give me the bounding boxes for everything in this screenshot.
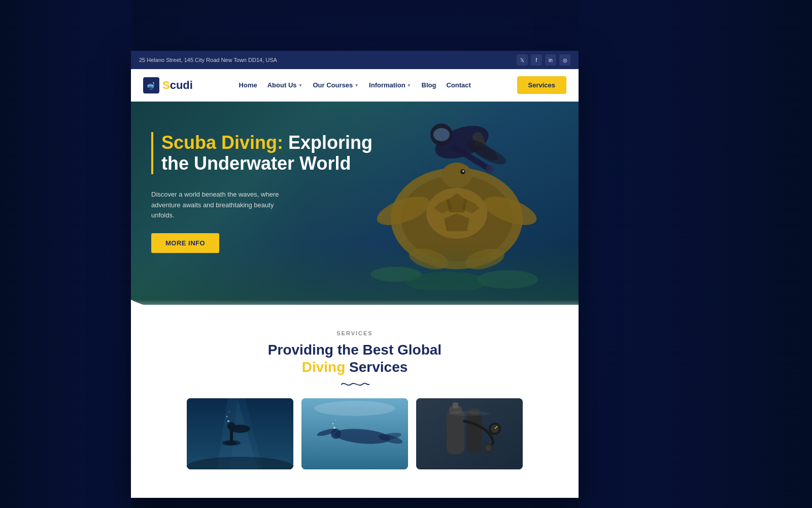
svg-point-61 xyxy=(449,411,490,416)
instagram-icon[interactable]: ◎ xyxy=(559,54,570,66)
service-card-2[interactable] xyxy=(301,398,408,469)
body-bg-right xyxy=(579,0,812,508)
main-nav: Home About Us ▼ Our Courses ▼ Informatio… xyxy=(239,81,471,89)
hero-title-yellow: Scuba Diving: xyxy=(161,132,283,153)
service-cards xyxy=(146,398,563,469)
wave-deco-svg xyxy=(340,380,370,388)
free-diving-image xyxy=(301,398,408,469)
service-card-1[interactable] xyxy=(187,398,293,469)
nav-links: Home About Us ▼ Our Courses ▼ Informatio… xyxy=(239,81,471,89)
svg-point-41 xyxy=(314,401,395,416)
svg-point-36 xyxy=(227,420,229,422)
svg-point-57 xyxy=(485,445,491,451)
services-heading-line1: Providing the Best Global xyxy=(268,342,442,358)
nav-contact[interactable]: Contact xyxy=(446,81,470,89)
svg-text:🤿: 🤿 xyxy=(146,82,155,90)
services-label: SERVICES xyxy=(146,330,563,336)
services-section: SERVICES Providing the Best Global Divin… xyxy=(131,320,579,485)
nav-home[interactable]: Home xyxy=(239,81,257,89)
body-bg-left xyxy=(0,0,132,508)
wave-svg xyxy=(131,300,579,320)
svg-point-37 xyxy=(226,416,228,418)
site-container: 25 Helano Street, 145 City Road New Town… xyxy=(131,51,579,498)
logo-icon: 🤿 xyxy=(143,77,159,93)
nav-blog[interactable]: Blog xyxy=(422,81,436,89)
hero-title: Scuba Diving: Exploringthe Underwater Wo… xyxy=(161,132,373,174)
nav-about[interactable]: About Us ▼ xyxy=(267,81,303,89)
svg-point-48 xyxy=(332,423,334,425)
top-bar: 25 Helano Street, 145 City Road New Town… xyxy=(131,51,579,69)
address-text: 25 Helano Street, 145 City Road New Town… xyxy=(139,57,277,63)
hero-border-accent: Scuba Diving: Exploringthe Underwater Wo… xyxy=(151,132,373,174)
svg-point-38 xyxy=(229,411,230,412)
hero-section: Scuba Diving: Exploringthe Underwater Wo… xyxy=(131,102,579,305)
deep-diving-image xyxy=(187,398,293,469)
svg-rect-53 xyxy=(453,402,458,408)
navbar: 🤿 Scudi Home About Us ▼ Our Courses ▼ In… xyxy=(131,69,579,102)
svg-point-47 xyxy=(333,427,335,429)
hero-subtitle: Discover a world beneath the waves, wher… xyxy=(151,189,293,221)
services-heading: Providing the Best Global Diving Service… xyxy=(146,341,563,375)
twitter-icon[interactable]: 𝕏 xyxy=(517,54,528,66)
hero-content: Scuba Diving: Exploringthe Underwater Wo… xyxy=(131,102,579,283)
svg-point-32 xyxy=(227,422,235,430)
wave-decoration xyxy=(146,380,563,388)
equipment-image xyxy=(416,398,523,469)
nav-information[interactable]: Information ▼ xyxy=(369,81,411,89)
facebook-icon[interactable]: f xyxy=(531,54,542,66)
services-button[interactable]: Services xyxy=(517,76,567,94)
svg-rect-54 xyxy=(467,411,482,453)
services-heading-yellow: Diving xyxy=(302,359,346,375)
more-info-button[interactable]: MORE INFO xyxy=(151,233,219,253)
service-card-3[interactable] xyxy=(416,398,523,469)
nav-courses[interactable]: Our Courses ▼ xyxy=(313,81,359,89)
svg-point-35 xyxy=(226,440,241,446)
logo[interactable]: 🤿 Scudi xyxy=(143,77,193,93)
social-icons: 𝕏 f in ◎ xyxy=(517,54,570,66)
linkedin-icon[interactable]: in xyxy=(545,54,556,66)
svg-point-49 xyxy=(335,420,336,421)
logo-text: Scudi xyxy=(162,79,193,92)
wave-separator xyxy=(131,300,579,320)
